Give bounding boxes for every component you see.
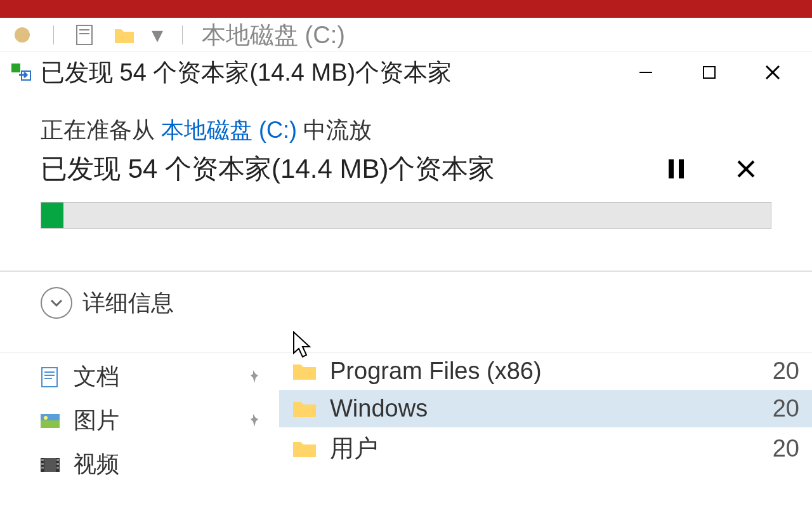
minimize-button[interactable] bbox=[614, 58, 678, 87]
sidebar-item-documents[interactable]: 文档 bbox=[0, 355, 279, 399]
file-row[interactable]: 用户 20 bbox=[279, 427, 812, 470]
properties-icon[interactable] bbox=[73, 23, 97, 47]
folder-icon bbox=[292, 398, 317, 420]
file-row[interactable]: Windows 20 bbox=[279, 390, 812, 427]
svg-rect-25 bbox=[41, 463, 44, 465]
dialog-title: 已发现 54 个资本家(14.4 MB)个资本家 bbox=[41, 57, 614, 89]
dialog-body: 正在准备从 本地磁盘 (C:) 中流放 已发现 54 个资本家(14.4 MB)… bbox=[0, 90, 812, 241]
folder-toolbar-icon[interactable] bbox=[112, 23, 136, 47]
svg-rect-28 bbox=[56, 463, 59, 465]
svg-point-20 bbox=[44, 416, 48, 420]
file-date: 20 bbox=[773, 358, 799, 385]
svg-rect-19 bbox=[41, 420, 60, 428]
sidebar-item-label: 图片 bbox=[74, 405, 119, 436]
explorer-toolbar: ▾ 本地磁盘 (C:) bbox=[0, 19, 812, 51]
prepare-suffix: 中流放 bbox=[297, 117, 372, 143]
svg-rect-29 bbox=[56, 467, 59, 469]
found-row: 已发现 54 个资本家(14.4 MB)个资本家 bbox=[41, 151, 771, 187]
found-text: 已发现 54 个资本家(14.4 MB)个资本家 bbox=[41, 151, 632, 187]
svg-rect-11 bbox=[679, 159, 684, 178]
file-name: Windows bbox=[330, 395, 773, 422]
video-icon bbox=[38, 453, 62, 477]
toolbar-separator bbox=[53, 25, 54, 44]
svg-rect-16 bbox=[44, 375, 55, 376]
transfer-icon bbox=[10, 62, 33, 83]
location-title: 本地磁盘 (C:) bbox=[202, 19, 345, 51]
copy-dialog: 已发现 54 个资本家(14.4 MB)个资本家 正在准备从 本地磁盘 (C:)… bbox=[0, 51, 812, 342]
file-list: Program Files (x86) 20 Windows 20 用户 20 bbox=[279, 352, 812, 508]
file-row[interactable]: Program Files (x86) 20 bbox=[279, 352, 812, 390]
svg-rect-2 bbox=[79, 29, 89, 30]
picture-icon bbox=[38, 409, 62, 433]
svg-rect-27 bbox=[56, 459, 59, 461]
toolbar-overflow[interactable]: ▾ bbox=[152, 22, 163, 48]
svg-rect-26 bbox=[41, 467, 44, 469]
app-icon bbox=[10, 23, 34, 47]
file-date: 20 bbox=[773, 435, 799, 462]
folder-icon bbox=[292, 361, 317, 382]
svg-rect-1 bbox=[77, 25, 92, 44]
document-icon bbox=[38, 365, 62, 389]
source-link[interactable]: 本地磁盘 (C:) bbox=[161, 117, 297, 143]
svg-point-0 bbox=[15, 27, 30, 43]
progress-fill bbox=[41, 203, 63, 228]
svg-rect-17 bbox=[44, 378, 52, 379]
folder-icon bbox=[292, 438, 317, 460]
sidebar-item-label: 视频 bbox=[74, 449, 119, 480]
file-name: Program Files (x86) bbox=[330, 358, 773, 385]
top-banner bbox=[0, 0, 812, 18]
close-button[interactable] bbox=[741, 58, 804, 87]
cancel-button[interactable] bbox=[721, 153, 771, 185]
pin-icon bbox=[245, 364, 261, 391]
maximize-button[interactable] bbox=[678, 58, 741, 87]
dialog-titlebar: 已发现 54 个资本家(14.4 MB)个资本家 bbox=[0, 51, 812, 90]
pin-icon bbox=[245, 408, 261, 434]
details-toggle[interactable]: 详细信息 bbox=[0, 272, 812, 342]
explorer-content: 文档 图片 视频 Program Files (x86) 20 bbox=[0, 352, 812, 508]
progress-bar bbox=[41, 202, 771, 229]
file-date: 20 bbox=[773, 395, 799, 422]
file-name: 用户 bbox=[330, 432, 773, 465]
prepare-text: 正在准备从 本地磁盘 (C:) 中流放 bbox=[41, 115, 771, 146]
sidebar-item-pictures[interactable]: 图片 bbox=[0, 399, 279, 443]
sidebar-item-label: 文档 bbox=[74, 361, 119, 392]
svg-rect-15 bbox=[44, 371, 55, 373]
svg-rect-24 bbox=[41, 459, 44, 461]
svg-rect-7 bbox=[704, 67, 715, 78]
svg-rect-14 bbox=[42, 368, 57, 387]
sidebar-item-videos[interactable]: 视频 bbox=[0, 443, 279, 486]
sidebar: 文档 图片 视频 bbox=[0, 352, 279, 508]
svg-rect-10 bbox=[669, 159, 674, 178]
prepare-prefix: 正在准备从 bbox=[41, 117, 161, 143]
details-label: 详细信息 bbox=[82, 288, 174, 319]
svg-rect-4 bbox=[11, 64, 20, 72]
svg-rect-3 bbox=[79, 33, 89, 34]
chevron-down-icon bbox=[41, 287, 72, 319]
toolbar-separator-2 bbox=[182, 25, 183, 44]
pause-button[interactable] bbox=[651, 153, 702, 185]
